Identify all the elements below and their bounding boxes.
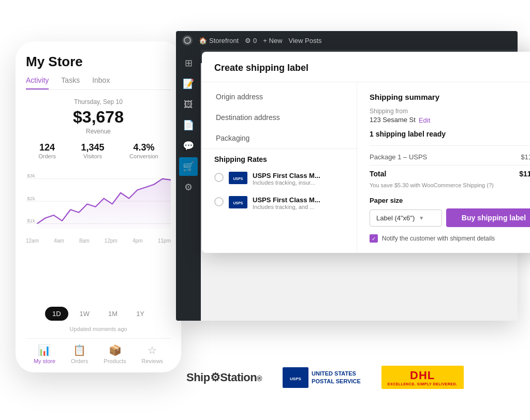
- orders-nav-label: Orders: [71, 358, 89, 364]
- package-row: Package 1 – USPS $11.50: [370, 153, 530, 161]
- radio-option-2[interactable]: [214, 197, 224, 206]
- visitors-label: Visitors: [81, 153, 104, 159]
- usps-icon-1: USPS: [229, 172, 247, 184]
- reviews-label: Reviews: [142, 358, 164, 364]
- sidebar-dashboard[interactable]: ⊞: [179, 54, 198, 72]
- modal-steps: Origin address Destination address Packa…: [202, 82, 357, 253]
- partner-logos: Ship⚙Station® USPS UNITED STATES POSTAL …: [186, 366, 464, 389]
- ship-gear-icon: ⚙: [210, 371, 220, 384]
- view-posts-label: View Posts: [289, 37, 322, 44]
- total-price: $11.50: [519, 170, 530, 178]
- wp-logo-inner: [184, 37, 191, 44]
- option-2-name: USPS First Class M...: [253, 196, 344, 204]
- updated-text: Updated moments ago: [26, 326, 171, 332]
- counter-icon: ⚙: [245, 37, 251, 44]
- sidebar-settings[interactable]: ⚙: [179, 178, 198, 197]
- usps-line1: UNITED STATES: [312, 370, 361, 377]
- option-2-desc: Includes tracking, and ...: [253, 204, 344, 210]
- usps-eagle-icon: USPS: [283, 367, 308, 388]
- notify-text: Notify the customer with shipment detail…: [382, 235, 495, 242]
- option-1-desc: Includes tracking, insur...: [253, 179, 344, 186]
- sidebar-comments[interactable]: 💬: [179, 137, 198, 155]
- svg-text:USPS: USPS: [233, 177, 243, 181]
- shipping-option-2: USPS USPS First Class M... Includes trac…: [202, 191, 357, 215]
- nav-products[interactable]: 📦 Products: [104, 344, 126, 364]
- paper-size-controls: Label (4"x6") ▼ Buy shipping label: [370, 208, 530, 227]
- modal-body: Origin address Destination address Packa…: [202, 82, 530, 253]
- notify-row: ✓ Notify the customer with shipment deta…: [370, 234, 530, 243]
- wp-sidebar: ⊞ 📝 🖼 📄 💬 🛒 ⚙: [176, 50, 201, 321]
- stat-conversion: 4.3% Conversion: [129, 142, 158, 159]
- savings-note: You save $5.30 with WooCommerce Shipping…: [370, 182, 530, 188]
- tab-activity[interactable]: Activity: [26, 76, 49, 89]
- wp-counter[interactable]: ⚙ 0: [245, 37, 257, 44]
- wp-logo: [182, 35, 193, 46]
- svg-text:$3k: $3k: [27, 173, 35, 178]
- edit-address-link[interactable]: Edit: [419, 116, 430, 124]
- nav-orders[interactable]: 📋 Orders: [71, 344, 89, 364]
- sidebar-woocommerce[interactable]: 🛒: [179, 157, 198, 176]
- shipping-option-1: USPS USPS First Class M... Includes trac…: [202, 167, 357, 191]
- paper-size-value: Label (4"x6"): [376, 214, 415, 222]
- nav-mystore[interactable]: 📊 My store: [34, 344, 55, 364]
- option-2-info: USPS First Class M... Includes tracking,…: [253, 196, 344, 210]
- shipstation-text: Ship⚙Station®: [186, 371, 262, 384]
- conversion-value: 4.3%: [129, 142, 158, 153]
- paper-size-section: Paper size Label (4"x6") ▼ Buy shipping …: [370, 197, 530, 227]
- notify-checkbox[interactable]: ✓: [370, 234, 378, 243]
- orders-value: 124: [38, 142, 56, 153]
- shipping-address: 123 Sesame St: [370, 116, 416, 124]
- scene: My Store Activity Tasks Inbox Thursday, …: [0, 0, 530, 420]
- counter-value: 0: [253, 37, 257, 44]
- package-name: Package 1 – USPS: [370, 153, 427, 161]
- new-label: + New: [263, 37, 282, 44]
- sidebar-pages[interactable]: 📄: [179, 116, 198, 134]
- range-1w[interactable]: 1W: [72, 307, 97, 321]
- home-icon: 🏠: [199, 37, 207, 44]
- shipping-modal: Create shipping label ✕ Origin address D…: [202, 52, 530, 253]
- usps-text: UNITED STATES POSTAL SERVICE: [312, 370, 361, 385]
- storefront-label: Storefront: [209, 37, 239, 44]
- range-1m[interactable]: 1M: [101, 307, 125, 321]
- modal-summary: Shipping summary Shipping from 123 Sesam…: [357, 82, 530, 253]
- label-ready-text: 1 shipping label ready: [370, 130, 530, 146]
- wp-topbar: 🏠 Storefront ⚙ 0 + New View Posts: [176, 31, 518, 50]
- step-packaging[interactable]: Packaging: [202, 128, 357, 148]
- rates-header: Shipping Rates: [202, 149, 357, 167]
- visitors-value: 1,345: [81, 142, 104, 153]
- wp-view-posts[interactable]: View Posts: [289, 37, 322, 44]
- mobile-stats: 124 Orders 1,345 Visitors 4.3% Conversio…: [26, 142, 171, 159]
- step-origin[interactable]: Origin address: [202, 86, 357, 107]
- range-1d[interactable]: 1D: [45, 307, 68, 321]
- stat-visitors: 1,345 Visitors: [81, 142, 104, 159]
- shipping-from-label: Shipping from: [370, 108, 530, 115]
- shipstation-reg: ®: [257, 374, 262, 383]
- tab-tasks[interactable]: Tasks: [61, 76, 80, 89]
- nav-reviews[interactable]: ☆ Reviews: [142, 344, 164, 364]
- option-1-name: USPS First Class M...: [253, 172, 344, 179]
- shipstation-logo: Ship⚙Station®: [186, 371, 262, 384]
- summary-title: Shipping summary: [370, 93, 530, 101]
- orders-nav-icon: 📋: [73, 344, 86, 356]
- option-1-info: USPS First Class M... Includes tracking,…: [253, 172, 344, 186]
- mobile-app-title: My Store: [26, 54, 171, 70]
- paper-size-select[interactable]: Label (4"x6") ▼: [370, 209, 442, 227]
- radio-option-1[interactable]: [214, 173, 224, 182]
- range-1y[interactable]: 1Y: [129, 307, 152, 321]
- svg-text:USPS: USPS: [290, 377, 301, 381]
- sidebar-media[interactable]: 🖼: [179, 95, 198, 114]
- wp-new[interactable]: + New: [263, 37, 282, 44]
- wp-home-item[interactable]: 🏠 Storefront: [199, 37, 239, 44]
- paper-size-label: Paper size: [370, 197, 530, 204]
- mobile-app: My Store Activity Tasks Inbox Thursday, …: [16, 41, 181, 372]
- step-destination[interactable]: Destination address: [202, 107, 357, 128]
- svg-text:USPS: USPS: [233, 201, 243, 205]
- dhl-logo: DHL EXCELLENCE. SIMPLY DELIVERED.: [381, 366, 464, 389]
- chevron-down-icon: ▼: [419, 215, 424, 221]
- tab-inbox[interactable]: Inbox: [92, 76, 110, 89]
- mobile-tabs: Activity Tasks Inbox: [26, 76, 171, 90]
- buy-shipping-label-button[interactable]: Buy shipping label: [446, 208, 530, 227]
- time-range-selector: 1D 1W 1M 1Y: [26, 307, 171, 321]
- usps-icon-2: USPS: [229, 196, 247, 208]
- sidebar-posts[interactable]: 📝: [179, 74, 198, 93]
